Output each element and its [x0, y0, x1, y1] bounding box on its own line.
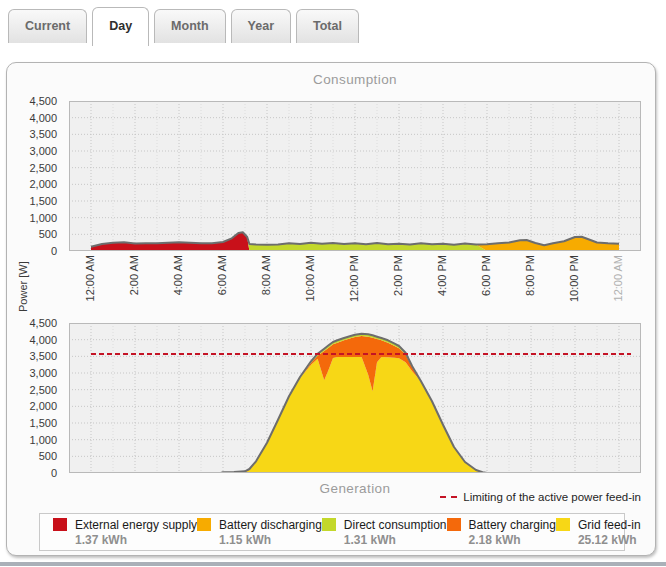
y-tick-label: 2,000	[29, 178, 57, 190]
legend-item-battery-discharging: Battery discharging 1.15 kWh	[197, 518, 322, 547]
y-tick-label: 0	[51, 245, 57, 257]
x-tick-label: 2:00 AM	[128, 255, 141, 295]
y-tick-label: 0	[51, 467, 57, 479]
legend-label: Grid feed-in	[578, 518, 641, 532]
limit-dash-icon	[440, 496, 457, 498]
direct-consumption-swatch-icon	[322, 518, 336, 531]
tab-year[interactable]: Year	[231, 9, 291, 43]
x-axis-ticks: 12:00 AM2:00 AM4:00 AM6:00 AM8:00 AM10:0…	[69, 252, 647, 314]
legend-value: 1.15 kWh	[219, 533, 322, 547]
legend-label: External energy supply	[75, 518, 197, 532]
y-tick-label: 2,500	[29, 384, 57, 396]
legend-label: Battery discharging	[219, 518, 322, 532]
legend-item-external-supply: External energy supply 1.37 kWh	[53, 518, 197, 547]
legend-value: 2.18 kWh	[469, 533, 556, 547]
tab-month[interactable]: Month	[154, 9, 225, 43]
y-tick-label: 2,500	[29, 162, 57, 174]
y-tick-label: 4,500	[29, 317, 57, 329]
y-tick-label: 500	[39, 228, 57, 240]
legend-label: Direct consumption	[344, 518, 447, 532]
x-tick-label: 4:00 PM	[436, 255, 449, 296]
y-tick-label: 2,000	[29, 400, 57, 412]
legend-value: 1.31 kWh	[344, 533, 447, 547]
x-tick-label: 4:00 AM	[172, 255, 185, 295]
y-tick-label: 1,000	[29, 434, 57, 446]
y-tick-label: 1,500	[29, 417, 57, 429]
limit-legend-label: Limiting of the active power feed-in	[463, 491, 641, 503]
y-tick-label: 4,500	[29, 95, 57, 107]
grid-feed-in-swatch-icon	[556, 518, 570, 531]
y-tick-label: 1,000	[29, 212, 57, 224]
legend-label: Battery charging	[469, 518, 556, 532]
external-supply-swatch-icon	[53, 518, 67, 531]
x-tick-label: 12:00 AM	[612, 255, 625, 301]
y-tick-label: 3,000	[29, 367, 57, 379]
x-tick-label: 12:00 PM	[348, 255, 361, 302]
x-tick-label: 8:00 PM	[524, 255, 537, 296]
y-tick-label: 4,000	[29, 334, 57, 346]
page-divider	[0, 562, 666, 566]
y-axis-label: Power [W]	[17, 261, 29, 312]
legend-item-direct-consumption: Direct consumption 1.31 kWh	[322, 518, 447, 547]
tab-current[interactable]: Current	[8, 9, 87, 43]
consumption-y-axis-ticks: 05001,0001,5002,0002,5003,0003,5004,0004…	[17, 101, 63, 251]
tab-day[interactable]: Day	[92, 7, 149, 46]
x-tick-label: 10:00 PM	[568, 255, 581, 302]
y-tick-label: 1,500	[29, 195, 57, 207]
y-tick-label: 3,500	[29, 128, 57, 140]
legend-value: 1.37 kWh	[75, 533, 197, 547]
y-tick-label: 3,500	[29, 350, 57, 362]
consumption-chart	[69, 101, 641, 251]
y-tick-label: 3,000	[29, 145, 57, 157]
view-tabbar: Current Day Month Year Total	[8, 3, 359, 43]
legend-value: 25.12 kWh	[578, 533, 641, 547]
x-tick-label: 10:00 AM	[304, 255, 317, 301]
energy-legend: External energy supply 1.37 kWh Battery …	[39, 513, 625, 551]
legend-item-grid-feed-in: Grid feed-in 25.12 kWh	[556, 518, 641, 547]
x-tick-label: 12:00 AM	[84, 255, 97, 301]
generation-y-axis-ticks: 05001,0001,5002,0002,5003,0003,5004,0004…	[17, 323, 63, 473]
x-tick-label: 6:00 PM	[480, 255, 493, 296]
y-tick-label: 500	[39, 450, 57, 462]
x-tick-label: 8:00 AM	[260, 255, 273, 295]
x-tick-label: 6:00 AM	[216, 255, 229, 295]
legend-item-battery-charging: Battery charging 2.18 kWh	[447, 518, 556, 547]
generation-chart	[69, 323, 641, 473]
day-charts-panel: Consumption 05001,0001,5002,0002,5003,00…	[6, 62, 656, 556]
energy-portal-screen: Current Day Month Year Total Consumption…	[0, 0, 666, 567]
tab-total[interactable]: Total	[296, 9, 359, 43]
battery-discharging-swatch-icon	[197, 518, 211, 531]
consumption-chart-title: Consumption	[69, 72, 641, 87]
x-tick-label: 2:00 PM	[392, 255, 405, 296]
limit-legend: Limiting of the active power feed-in	[440, 491, 641, 503]
battery-charging-swatch-icon	[447, 518, 461, 531]
y-tick-label: 4,000	[29, 112, 57, 124]
